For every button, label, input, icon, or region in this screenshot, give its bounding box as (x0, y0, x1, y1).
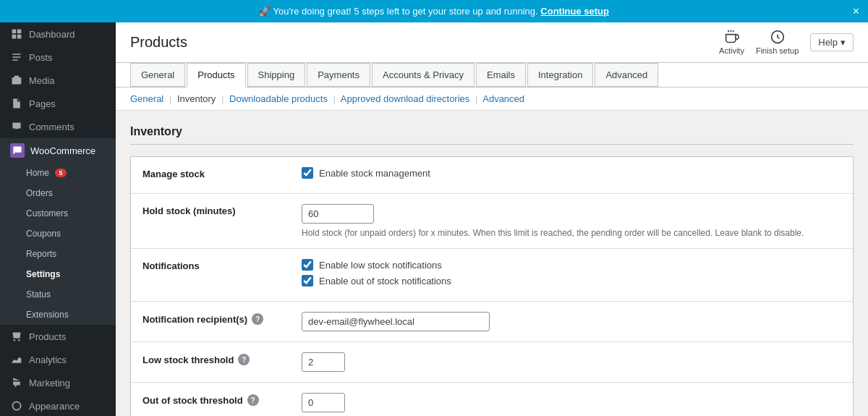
svg-rect-1 (17, 30, 22, 34)
out-of-stock-notify-checkbox[interactable] (302, 275, 313, 286)
tab-integration[interactable]: Integration (527, 63, 593, 88)
tab-general[interactable]: General (130, 63, 185, 88)
notification-close-button[interactable]: × (853, 5, 859, 18)
notification-recipient-field (302, 312, 841, 331)
notification-text: 🚀 You're doing great! 5 steps left to ge… (259, 6, 609, 17)
sidebar-item-pages[interactable]: Pages (0, 92, 116, 115)
products-icon (10, 330, 23, 343)
out-of-stock-threshold-input[interactable] (302, 393, 345, 412)
notification-recipient-label: Notification recipient(s) ? (142, 312, 302, 325)
sub-tabs: General | Inventory | Downloadable produ… (116, 88, 868, 111)
content-area: Products Activity Finish setup Help (116, 22, 868, 416)
sidebar-label-dashboard: Dashboard (29, 29, 75, 40)
sidebar-item-woocommerce[interactable]: WooCommerce (0, 138, 116, 163)
tab-shipping[interactable]: Shipping (247, 63, 306, 88)
woocommerce-submenu: Home 5 Orders Customers Coupons Reports … (0, 163, 116, 325)
low-stock-notify-label[interactable]: Enable low stock notifications (302, 259, 841, 271)
sub-tab-inventory[interactable]: Inventory (177, 93, 216, 104)
woo-home-label: Home (26, 168, 49, 178)
notification-recipient-input[interactable] (302, 312, 490, 331)
manage-stock-checkbox[interactable] (302, 167, 313, 179)
sidebar-label-comments: Comments (29, 122, 75, 132)
manage-stock-checkbox-label[interactable]: Enable stock management (302, 167, 841, 179)
sidebar-item-appearance[interactable]: Appearance (0, 394, 116, 416)
help-chevron-icon: ▾ (841, 37, 846, 48)
notification-bar: 🚀 You're doing great! 5 steps left to ge… (0, 0, 868, 22)
tabs-bar: General Products Shipping Payments Accou… (116, 63, 868, 88)
sidebar-item-media[interactable]: Media (0, 69, 116, 92)
manage-stock-checkbox-text: Enable stock management (319, 168, 430, 179)
out-of-stock-threshold-row: Out of stock threshold ? (131, 383, 853, 416)
finish-setup-label: Finish setup (756, 46, 799, 55)
sidebar-label-products: Products (29, 331, 66, 342)
sub-tab-advanced[interactable]: Advanced (482, 93, 524, 104)
low-stock-notify-text: Enable low stock notifications (319, 260, 442, 271)
tab-payments[interactable]: Payments (307, 63, 370, 88)
hold-stock-label: Hold stock (minutes) (142, 204, 302, 216)
sidebar-item-woo-reports[interactable]: Reports (10, 244, 116, 264)
sub-tab-approved-dirs[interactable]: Approved download directories (341, 93, 470, 104)
hold-stock-row: Hold stock (minutes) Hold stock (for unp… (131, 194, 853, 249)
sidebar-item-analytics[interactable]: Analytics (0, 348, 116, 371)
sidebar-item-posts[interactable]: Posts (0, 46, 116, 69)
sidebar-label-marketing: Marketing (29, 378, 70, 389)
sub-tab-general[interactable]: General (130, 93, 163, 104)
finish-setup-icon (770, 30, 785, 44)
help-button[interactable]: Help ▾ (810, 33, 854, 51)
sidebar-item-woo-settings[interactable]: Settings (10, 264, 116, 284)
page-title: Products (130, 34, 187, 51)
woo-home-badge: 5 (55, 169, 67, 177)
pages-icon (10, 97, 23, 110)
inventory-settings-table: Manage stock Enable stock management Hol… (130, 156, 854, 416)
sidebar-item-marketing[interactable]: Marketing (0, 371, 116, 394)
out-of-stock-threshold-help-icon[interactable]: ? (247, 394, 259, 406)
media-icon (10, 74, 23, 87)
manage-stock-field: Enable stock management (302, 167, 841, 183)
out-of-stock-notify-label[interactable]: Enable out of stock notifications (302, 275, 841, 286)
finish-setup-button[interactable]: Finish setup (756, 30, 799, 55)
sidebar-label-pages: Pages (29, 98, 56, 109)
manage-stock-row: Manage stock Enable stock management (131, 157, 853, 194)
woo-reports-label: Reports (26, 249, 56, 259)
woo-settings-label: Settings (26, 269, 60, 279)
svg-rect-4 (12, 77, 22, 85)
tab-accounts-privacy[interactable]: Accounts & Privacy (372, 63, 475, 88)
tab-emails[interactable]: Emails (476, 63, 526, 88)
sidebar-item-products[interactable]: Products (0, 325, 116, 348)
tab-advanced[interactable]: Advanced (595, 63, 658, 88)
posts-icon (10, 51, 23, 64)
woo-coupons-label: Coupons (26, 229, 61, 239)
sidebar-item-woo-status[interactable]: Status (10, 284, 116, 305)
svg-point-5 (12, 402, 20, 409)
sidebar-item-woo-extensions[interactable]: Extensions (10, 305, 116, 325)
hold-stock-input[interactable] (302, 204, 374, 224)
woo-status-label: Status (26, 289, 51, 300)
sidebar-item-woo-orders[interactable]: Orders (10, 183, 116, 203)
header-actions: Activity Finish setup Help ▾ (719, 30, 854, 55)
notifications-row: Notifications Enable low stock notificat… (131, 249, 853, 302)
marketing-icon (10, 376, 23, 389)
sidebar-item-comments[interactable]: Comments (0, 115, 116, 138)
low-stock-threshold-help-icon[interactable]: ? (238, 354, 250, 365)
out-of-stock-notify-text: Enable out of stock notifications (319, 276, 451, 286)
continue-setup-link[interactable]: Continue setup (540, 6, 609, 17)
tab-products[interactable]: Products (187, 63, 245, 88)
sub-tab-downloadable[interactable]: Downloadable products (229, 93, 328, 104)
inventory-section-title: Inventory (130, 125, 854, 145)
sidebar-item-woo-customers[interactable]: Customers (10, 203, 116, 224)
sidebar-item-woo-coupons[interactable]: Coupons (10, 224, 116, 244)
sidebar-label-media: Media (29, 75, 54, 86)
activity-button[interactable]: Activity (719, 30, 744, 55)
low-stock-threshold-label: Low stock threshold ? (142, 352, 302, 365)
notification-recipient-help-icon[interactable]: ? (252, 313, 263, 325)
sidebar-item-dashboard[interactable]: Dashboard (0, 22, 116, 46)
notification-message: 🚀 You're doing great! 5 steps left to ge… (259, 6, 538, 17)
low-stock-threshold-input[interactable] (302, 352, 345, 372)
sidebar-item-woo-home[interactable]: Home 5 (10, 163, 116, 183)
notification-recipient-row: Notification recipient(s) ? (131, 302, 853, 342)
woo-orders-label: Orders (26, 188, 53, 198)
low-stock-notify-checkbox[interactable] (302, 259, 313, 271)
woocommerce-icon (10, 143, 25, 158)
out-of-stock-threshold-label: Out of stock threshold ? (142, 393, 302, 406)
analytics-icon (10, 353, 23, 366)
